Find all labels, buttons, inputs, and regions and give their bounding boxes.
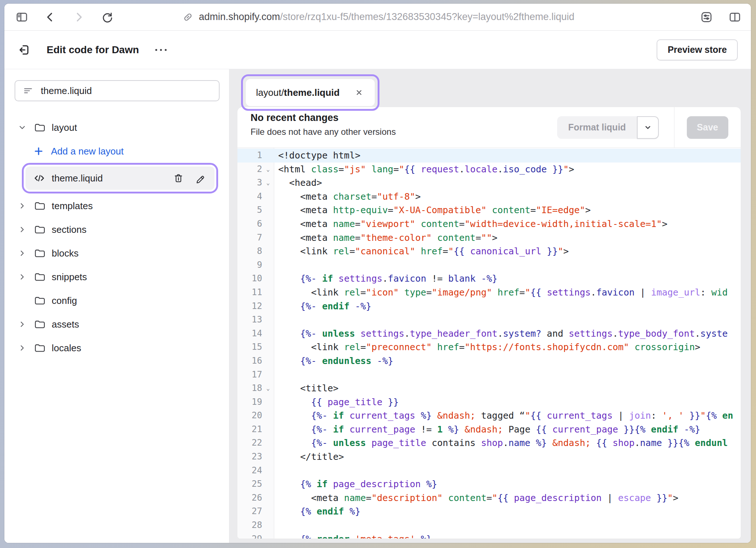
code-line-4[interactable]: 4 <meta charset="utf-8"> [237, 190, 741, 204]
line-number: 28 [237, 518, 262, 532]
sidebar-item-blocks[interactable]: blocks [15, 244, 220, 263]
line-number: 15 [237, 340, 262, 354]
line-number: 10 [237, 272, 262, 286]
code-line-text: <meta http-equiv="X-UA-Compatible" conte… [274, 203, 741, 217]
more-actions-icon[interactable] [154, 47, 168, 52]
line-number: 17 [237, 368, 262, 382]
code-line-text [274, 258, 741, 272]
sidebar-item-locales[interactable]: locales [15, 338, 220, 357]
url-bar[interactable]: admin.shopify.com/store/rzq1xu-f5/themes… [182, 11, 689, 23]
browser-settings-icon[interactable] [700, 11, 713, 24]
fold-spacer [262, 327, 274, 341]
sidebar-item-add-a-new-layout[interactable]: Add a new layout [30, 142, 220, 161]
file-search-box[interactable] [15, 80, 220, 101]
code-line-text: {% if page_description %} [274, 477, 741, 491]
code-line-2[interactable]: 2⌄<html class="js" lang="{{ request.loca… [237, 163, 741, 176]
preview-store-button[interactable]: Preview store [657, 39, 738, 60]
line-number: 9 [237, 258, 262, 272]
exit-icon[interactable] [17, 43, 31, 57]
chevron-right-icon[interactable] [17, 225, 27, 234]
split-view-icon[interactable] [728, 11, 741, 24]
code-line-16[interactable]: 16 {%- endunless -%} [237, 354, 741, 368]
code-line-20[interactable]: 20 {%- if current_tags %} &ndash; tagged… [237, 409, 741, 423]
code-line-29[interactable]: 29 {% render 'meta-tags' %} [237, 532, 741, 539]
reload-button[interactable] [99, 9, 115, 25]
code-line-1[interactable]: 1<!doctype html> [237, 149, 741, 163]
code-line-text [274, 518, 741, 532]
code-line-22[interactable]: 22 {%- unless page_title contains shop.n… [237, 436, 741, 450]
code-line-13[interactable]: 13 [237, 313, 741, 327]
sidebar-item-assets[interactable]: assets [15, 315, 220, 334]
code-line-25[interactable]: 25 {% if page_description %} [237, 477, 741, 491]
fold-spacer [262, 149, 274, 163]
fold-icon[interactable]: ⌄ [262, 163, 274, 176]
sidebar-item-snippets[interactable]: snippets [15, 267, 220, 286]
chevron-right-icon[interactable] [17, 273, 27, 281]
back-button[interactable] [42, 9, 58, 25]
fold-spacer [262, 491, 274, 505]
sidebar-item-label: config [52, 295, 77, 306]
chevron-right-icon[interactable] [17, 320, 27, 329]
trash-icon[interactable] [173, 173, 184, 184]
forward-button[interactable] [71, 9, 87, 25]
sidebar-item-templates[interactable]: templates [15, 196, 220, 215]
code-line-text [274, 313, 741, 327]
sidebar-item-sections[interactable]: sections [15, 220, 220, 239]
code-line-3[interactable]: 3⌄ <head> [237, 176, 741, 190]
code-line-24[interactable]: 24 [237, 464, 741, 478]
code-line-12[interactable]: 12 {%- endif -%} [237, 300, 741, 313]
fold-spacer [262, 217, 274, 231]
code-line-28[interactable]: 28 [237, 518, 741, 532]
sidebar-item-label: blocks [52, 248, 79, 259]
line-number: 19 [237, 395, 262, 409]
sidebar-item-layout[interactable]: layout [15, 118, 220, 137]
fold-spacer [262, 313, 274, 327]
chevron-down-icon[interactable] [17, 123, 27, 132]
chevron-right-icon[interactable] [17, 201, 27, 210]
code-line-5[interactable]: 5 <meta http-equiv="X-UA-Compatible" con… [237, 203, 741, 217]
sidebar-item-theme-liquid[interactable]: theme.liquid [25, 167, 214, 190]
sidebar-toggle-icon[interactable] [14, 9, 30, 25]
sidebar-item-config[interactable]: config [15, 291, 220, 310]
format-liquid-caret[interactable] [637, 116, 659, 139]
code-line-text: <meta name="theme-color" content=""> [274, 231, 741, 245]
line-number: 24 [237, 464, 262, 478]
code-line-23[interactable]: 23 </title> [237, 450, 741, 464]
fold-spacer [262, 340, 274, 354]
chevron-right-icon[interactable] [17, 249, 27, 258]
fold-icon[interactable]: ⌄ [262, 381, 274, 395]
chevron-right-icon[interactable] [17, 344, 27, 352]
code-line-7[interactable]: 7 <meta name="theme-color" content=""> [237, 231, 741, 245]
code-line-10[interactable]: 10 {%- if settings.favicon != blank -%} [237, 272, 741, 286]
fold-icon[interactable]: ⌄ [262, 176, 274, 190]
line-number: 16 [237, 354, 262, 368]
code-line-26[interactable]: 26 <meta name="description" content="{{ … [237, 491, 741, 505]
code-line-14[interactable]: 14 {%- unless settings.type_header_font.… [237, 327, 741, 341]
format-liquid-group: Format liquid [557, 116, 658, 139]
sidebar-item-label: locales [52, 342, 81, 354]
search-input[interactable] [40, 85, 212, 97]
code-line-8[interactable]: 8 <link rel="canonical" href="{{ canonic… [237, 244, 741, 258]
tab-theme-liquid[interactable]: layout/theme.liquid [246, 79, 375, 106]
code-line-text: {%- if current_tags %} &ndash; tagged “"… [274, 409, 741, 423]
code-line-27[interactable]: 27 {% endif %} [237, 505, 741, 518]
code-line-text: {%- unless settings.type_header_font.sys… [274, 327, 741, 341]
code-line-17[interactable]: 17 [237, 368, 741, 382]
close-icon[interactable] [354, 88, 364, 97]
code-editor[interactable]: 1<!doctype html>2⌄<html class="js" lang=… [237, 148, 741, 539]
code-line-15[interactable]: 15 <link rel="preconnect" href="https://… [237, 340, 741, 354]
folder-icon [34, 271, 45, 283]
line-number: 22 [237, 436, 262, 450]
code-line-11[interactable]: 11 <link rel="icon" type="image/png" hre… [237, 286, 741, 300]
code-line-21[interactable]: 21 {%- if current_page != 1 %} &ndash; P… [237, 423, 741, 437]
code-line-6[interactable]: 6 <meta name="viewport" content="width=d… [237, 217, 741, 231]
code-line-text: <html class="js" lang="{{ request.locale… [274, 163, 741, 176]
format-liquid-button[interactable]: Format liquid [557, 116, 637, 139]
fold-spacer [262, 258, 274, 272]
pencil-icon[interactable] [195, 173, 206, 184]
fold-spacer [262, 518, 274, 532]
code-line-9[interactable]: 9 [237, 258, 741, 272]
code-line-text: <head> [274, 176, 741, 190]
code-line-19[interactable]: 19 {{ page_title }} [237, 395, 741, 409]
code-line-18[interactable]: 18⌄ <title> [237, 381, 741, 395]
